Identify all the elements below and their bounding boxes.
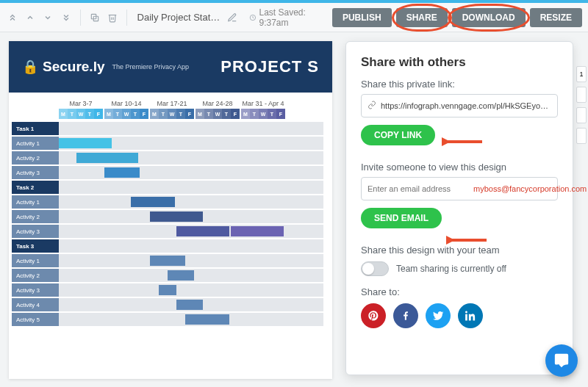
private-link-url: https://infograph.venngage.com/pl/HkSGEy… bbox=[381, 101, 551, 110]
brand-name: Secure.ly bbox=[43, 59, 105, 75]
row-track bbox=[59, 254, 323, 267]
task-row: Task 2 bbox=[9, 181, 332, 194]
gantt-chart: Mar 3-7MTWTFMar 10-14MTWTFMar 17-21MTWTF… bbox=[9, 93, 332, 326]
row-label: Activity 2 bbox=[12, 269, 59, 282]
email-input[interactable] bbox=[368, 184, 469, 193]
side-handle[interactable] bbox=[576, 87, 587, 103]
publish-button[interactable]: PUBLISH bbox=[332, 8, 392, 27]
link-icon bbox=[368, 101, 376, 111]
gantt-bar bbox=[176, 300, 203, 310]
chat-fab[interactable] bbox=[545, 344, 578, 377]
private-link-label: Share this private link: bbox=[361, 79, 558, 90]
side-handle[interactable] bbox=[576, 107, 587, 123]
pinterest-icon[interactable] bbox=[361, 303, 386, 328]
page-index[interactable]: 1 bbox=[576, 66, 587, 82]
activity-row: Activity 1 bbox=[9, 254, 332, 267]
day-cell: M bbox=[59, 109, 68, 119]
day-cell: T bbox=[113, 109, 122, 119]
gantt-bar bbox=[185, 314, 229, 325]
last-saved: Last Saved: 9:37am bbox=[249, 7, 323, 28]
doc-title[interactable]: Daily Project Status G... bbox=[137, 12, 221, 23]
task-row: Task 3 bbox=[9, 239, 332, 253]
row-label: Activity 1 bbox=[12, 137, 59, 150]
side-handle[interactable] bbox=[576, 128, 587, 144]
copy-icon[interactable] bbox=[87, 10, 101, 26]
share-title: Share with others bbox=[361, 55, 558, 70]
day-cell: W bbox=[259, 109, 268, 119]
chevron-up-icon[interactable] bbox=[24, 10, 37, 26]
row-label: Activity 5 bbox=[12, 313, 59, 326]
day-cell: T bbox=[268, 109, 276, 119]
day-cell: M bbox=[196, 109, 204, 119]
activity-row: Activity 1 bbox=[9, 195, 332, 209]
row-track bbox=[59, 181, 323, 194]
day-cell: T bbox=[131, 109, 140, 119]
share-button[interactable]: SHARE bbox=[396, 8, 448, 27]
team-sharing-toggle[interactable] bbox=[361, 261, 389, 276]
top-toolbar: Daily Project Status G... Last Saved: 9:… bbox=[0, 3, 588, 32]
week-label: Mar 31 - Apr 4 bbox=[241, 100, 285, 107]
row-label: Task 3 bbox=[12, 239, 59, 253]
gantt-bar bbox=[159, 285, 176, 295]
chevron-down-icon[interactable] bbox=[41, 10, 54, 26]
team-share-label: Share this design with your team bbox=[361, 245, 558, 256]
facebook-icon[interactable] bbox=[393, 303, 418, 328]
gantt-bar bbox=[76, 153, 138, 163]
trash-icon[interactable] bbox=[106, 10, 119, 26]
email-input-box[interactable]: myboss@fancycorporation.com bbox=[361, 177, 558, 200]
twitter-icon[interactable] bbox=[426, 303, 451, 328]
annotation-arrow bbox=[446, 234, 490, 243]
gantt-bar bbox=[176, 226, 229, 236]
private-link-box[interactable]: https://infograph.venngage.com/pl/HkSGEy… bbox=[361, 94, 558, 117]
day-cell: F bbox=[231, 109, 240, 119]
email-example: myboss@fancycorporation.com bbox=[473, 184, 587, 193]
day-cell: T bbox=[222, 109, 231, 119]
activity-row: Activity 5 bbox=[9, 313, 332, 326]
activity-row: Activity 2 bbox=[9, 151, 332, 164]
send-email-button[interactable]: SEND EMAIL bbox=[361, 208, 442, 228]
brand-tagline: The Premiere Privacy App bbox=[112, 63, 190, 70]
download-button[interactable]: DOWNLOAD bbox=[452, 8, 526, 27]
chevrons-up-icon[interactable] bbox=[6, 10, 19, 26]
row-label: Task 2 bbox=[12, 181, 59, 194]
row-track bbox=[59, 210, 323, 223]
row-track bbox=[59, 151, 323, 164]
activity-row: Activity 2 bbox=[9, 210, 332, 223]
row-track bbox=[59, 166, 323, 179]
row-track bbox=[59, 122, 323, 135]
row-label: Activity 2 bbox=[12, 210, 59, 223]
page-side-handles: 1 bbox=[576, 66, 587, 144]
day-cell: W bbox=[76, 109, 85, 119]
week-column: Mar 3-7MTWTF bbox=[59, 100, 103, 119]
day-cell: T bbox=[250, 109, 259, 119]
lock-icon: 🔒 bbox=[22, 59, 38, 75]
row-label: Activity 4 bbox=[12, 298, 59, 311]
edit-icon[interactable] bbox=[226, 10, 239, 26]
gantt-bar bbox=[150, 256, 185, 266]
day-cell: M bbox=[104, 109, 113, 119]
resize-button[interactable]: RESIZE bbox=[530, 8, 582, 27]
row-track bbox=[59, 313, 323, 326]
day-cell: T bbox=[68, 109, 76, 119]
day-cell: F bbox=[94, 109, 103, 119]
row-label: Activity 2 bbox=[12, 151, 59, 164]
row-track bbox=[59, 225, 323, 238]
row-label: Activity 3 bbox=[12, 225, 59, 238]
share-to-label: Share to: bbox=[361, 286, 558, 297]
design-canvas[interactable]: 🔒 Secure.ly The Premiere Privacy App PRO… bbox=[9, 41, 332, 379]
chevrons-down-icon[interactable] bbox=[59, 10, 72, 26]
linkedin-icon[interactable] bbox=[458, 303, 483, 328]
row-label: Activity 3 bbox=[12, 283, 59, 297]
gantt-bar bbox=[168, 270, 194, 281]
row-track bbox=[59, 239, 323, 253]
week-label: Mar 3-7 bbox=[59, 100, 103, 107]
row-track bbox=[59, 269, 323, 282]
gantt-bar bbox=[231, 226, 284, 236]
week-column: Mar 31 - Apr 4MTWTF bbox=[241, 100, 285, 119]
day-cell: T bbox=[159, 109, 168, 119]
banner-title: PROJECT S bbox=[220, 57, 319, 76]
day-cell: F bbox=[140, 109, 148, 119]
row-track bbox=[59, 298, 323, 311]
day-cell: T bbox=[85, 109, 94, 119]
copy-link-button[interactable]: COPY LINK bbox=[361, 125, 435, 145]
